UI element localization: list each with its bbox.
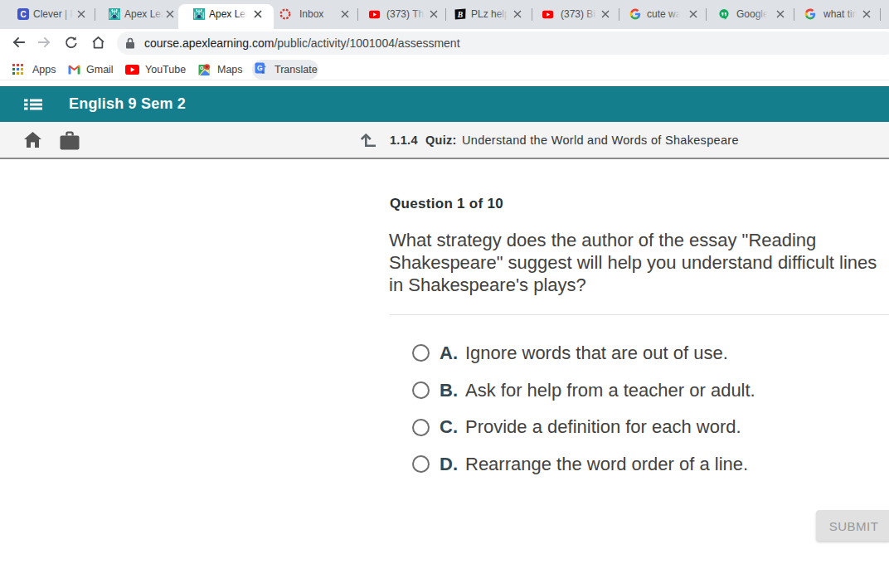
svg-text:G: G [257,64,263,72]
svg-text:*: * [264,65,266,70]
svg-text:B: B [457,11,463,19]
svg-text:C: C [20,10,26,19]
